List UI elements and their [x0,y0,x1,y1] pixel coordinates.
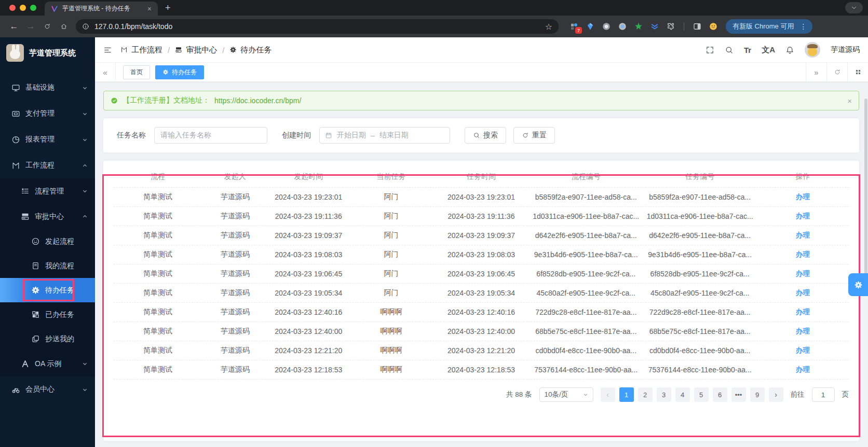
cell-action: 办理 [757,250,849,259]
page-size-select[interactable]: 10条/页 [539,387,593,402]
browser-menu-icon[interactable]: ⋮ [798,22,808,31]
pager-page-button[interactable]: 3 [657,387,671,402]
sidebar-item-oa-example[interactable]: OA 示例 [0,351,95,376]
close-window-button[interactable] [9,5,16,11]
address-bar[interactable]: 127.0.0.1/bpm/task/todo ☆ [76,19,559,34]
handle-task-link[interactable]: 办理 [796,346,810,355]
sidebar-item-start-process[interactable]: 发起流程 [0,229,95,254]
sidebar-item-label: 抄送我的 [45,334,88,344]
emoji-extension-icon[interactable] [708,21,718,32]
handle-task-link[interactable]: 办理 [796,212,810,221]
sidebar-item-workflow[interactable]: 工作流程 [0,152,95,178]
home-button[interactable] [56,19,72,34]
sidebar-item-my-process[interactable]: 我的流程 [0,254,95,278]
handle-task-link[interactable]: 办理 [796,250,810,259]
pager-more-button[interactable]: ••• [731,387,746,402]
sidebar-item-reports[interactable]: 报表管理 [0,127,95,152]
tags-scroll-right-icon[interactable]: » [806,63,826,81]
cell-process: 简单测试 [114,269,202,278]
goto-page-input[interactable]: 1 [812,387,835,402]
fullscreen-icon[interactable] [706,46,714,54]
locale-icon[interactable]: 文A [762,45,775,55]
sidebar-item-approval-center[interactable]: 审批中心 [0,204,95,229]
tab-close-icon[interactable]: × [145,5,154,13]
reload-button[interactable] [39,19,55,34]
date-range-picker[interactable]: 开始日期 – 结束日期 [319,127,450,144]
tag-refresh-icon[interactable] [826,63,847,81]
site-info-icon[interactable] [82,23,89,30]
extension-icon-3[interactable] [601,21,612,32]
search-icon[interactable] [725,46,734,54]
extensions-puzzle-icon[interactable] [666,21,676,32]
search-button[interactable]: 搜索 [465,127,506,144]
sidebar-item-done-tasks[interactable]: 已办任务 [0,302,95,327]
pager-page-button[interactable]: 6 [713,387,727,402]
handle-task-link[interactable]: 办理 [796,288,810,298]
pagination-bar: 共 88 条 10条/页 ‹ 123456•••9 › 前往 1 页 [114,387,849,402]
sidebar-item-payment[interactable]: 支付管理 [0,101,95,127]
cell-starter: 芋道源码 [202,212,268,221]
monitor-icon [11,83,20,92]
extension-icon-2[interactable] [585,21,595,32]
cell-action: 办理 [757,346,849,355]
cell-start-time: 2024-03-23 12:40:00 [268,327,349,336]
pager-prev-icon[interactable]: ‹ [601,387,615,402]
cell-task-id: b5859f2a-e907-11ee-ad58-ca... [643,193,756,201]
tag-todo-tasks[interactable]: 待办任务 [155,65,204,79]
scrollbar-thumb[interactable] [864,99,867,280]
sidebar-item-cc-me[interactable]: 抄送我的 [0,327,95,351]
sidebar-item-todo-tasks[interactable]: 待办任务 [0,278,95,302]
pager-page-button[interactable]: 4 [675,387,690,402]
pager-next-icon[interactable]: › [769,387,783,402]
handle-task-link[interactable]: 办理 [796,192,810,202]
layout-grid-icon[interactable] [847,63,868,81]
end-date-placeholder[interactable]: 结束日期 [379,131,409,140]
extension-icon-5[interactable] [633,21,644,32]
cell-task-time: 2024-03-23 12:40:00 [433,327,529,336]
chrome-update-chip[interactable]: 有新版 Chrome 可用 ⋮ [726,19,812,34]
handle-task-link[interactable]: 办理 [796,231,810,240]
browser-tab[interactable]: 芋道管理系统 - 待办任务 × [45,2,158,16]
tag-home[interactable]: 首页 [123,65,150,79]
notice-doc-link[interactable]: https://doc.iocoder.cn/bpm/ [214,96,301,105]
pager-page-button[interactable]: 5 [694,387,709,402]
url-text[interactable]: 127.0.0.1/bpm/task/todo [94,22,540,31]
tags-scroll-left-icon[interactable]: « [95,63,116,81]
theme-settings-button[interactable] [848,273,868,296]
back-button[interactable]: ← [6,19,22,34]
breadcrumb-item[interactable]: 审批中心 [186,45,217,55]
pager-page-button[interactable]: 9 [750,387,765,402]
side-panel-icon[interactable] [692,21,702,32]
handle-task-link[interactable]: 办理 [796,269,810,278]
extension-icon-6[interactable] [649,21,660,32]
breadcrumb-item[interactable]: 工作流程 [131,45,162,55]
user-avatar[interactable] [805,42,820,58]
task-name-input[interactable]: 请输入任务名称 [154,127,267,144]
collapse-menu-icon[interactable] [103,46,112,54]
forward-button[interactable]: → [23,19,38,34]
app-logo[interactable]: 芋道管理系统 [0,37,95,68]
extension-icon-1[interactable]: 7 [569,21,579,32]
cell-action: 办理 [757,288,849,298]
tag-list: 首页 待办任务 [116,63,806,81]
alert-close-icon[interactable]: × [847,96,852,105]
sidebar-item-process-management[interactable]: 流程管理 [0,178,95,204]
username-label[interactable]: 芋道源码 [831,45,860,54]
reset-button[interactable]: 重置 [513,127,555,144]
sidebar-item-infrastructure[interactable]: 基础设施 [0,75,95,101]
font-size-icon[interactable]: Tr [744,46,751,54]
handle-task-link[interactable]: 办理 [796,308,810,317]
bell-icon[interactable] [785,46,794,54]
pager-page-button[interactable]: 1 [619,387,634,402]
fullscreen-window-button[interactable] [30,5,36,11]
bookmark-star-icon[interactable]: ☆ [545,22,552,32]
handle-task-link[interactable]: 办理 [796,365,810,374]
extension-icon-4[interactable] [617,21,628,32]
new-tab-button[interactable]: + [165,3,171,13]
tab-search-chevron-icon[interactable] [845,2,863,13]
handle-task-link[interactable]: 办理 [796,327,810,336]
pager-page-button[interactable]: 2 [638,387,653,402]
minimize-window-button[interactable] [20,5,26,11]
start-date-placeholder[interactable]: 开始日期 [337,131,366,140]
sidebar-item-member-center[interactable]: 会员中心 [0,376,95,402]
